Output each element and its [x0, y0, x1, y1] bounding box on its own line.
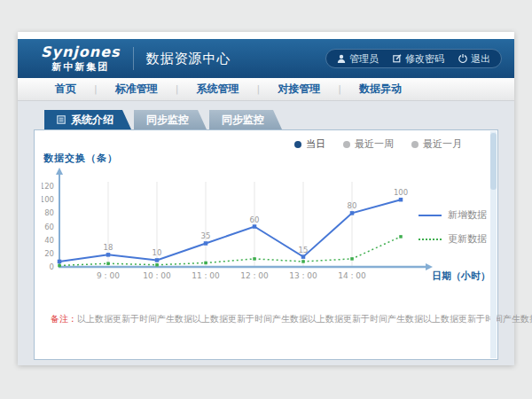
svg-text:15: 15	[299, 246, 309, 254]
svg-text:100: 100	[42, 195, 54, 204]
nav-item-2[interactable]: 系统管理	[178, 82, 256, 97]
x-axis-title: 日期（小时）	[432, 270, 490, 282]
legend-item-0: 新增数据	[419, 208, 487, 222]
current-user-label: 管理员	[349, 52, 379, 66]
radio-option-0[interactable]: 当日	[294, 137, 325, 151]
svg-text:100: 100	[394, 188, 408, 197]
power-icon	[458, 54, 467, 63]
tab-0[interactable]: 系统介绍	[44, 110, 131, 129]
scrollbar-thumb[interactable]	[490, 133, 497, 190]
svg-text:0: 0	[50, 262, 54, 271]
footnote-label: 备注：	[51, 314, 77, 324]
content-area: 系统介绍同步监控同步监控 当日最近一周最近一月 数据交换（条） 02040608…	[18, 101, 514, 365]
app-window: Synjones 新中新集团 数据资源中心 管理员 修改密码 退出	[18, 32, 514, 365]
svg-text:18: 18	[104, 243, 113, 252]
radio-label: 最近一月	[423, 137, 462, 151]
main-nav: 首页|标准管理|系统管理|对接管理|数据异动	[18, 78, 514, 101]
radio-unselected-icon	[411, 141, 419, 148]
radio-option-1[interactable]: 最近一周	[343, 137, 394, 151]
tab-bar: 系统介绍同步监控同步监控	[44, 110, 498, 129]
svg-text:120: 120	[42, 182, 54, 191]
svg-text:40: 40	[44, 236, 54, 245]
current-user[interactable]: 管理员	[337, 52, 379, 66]
logout-label: 退出	[471, 52, 490, 66]
document-icon	[57, 115, 66, 124]
svg-text:80: 80	[44, 208, 54, 217]
legend-line-sample	[419, 239, 442, 240]
edit-icon	[393, 54, 402, 63]
svg-text:13 : 00: 13 : 00	[289, 271, 317, 280]
tab-2[interactable]: 同步监控	[209, 110, 282, 129]
svg-text:80: 80	[348, 201, 357, 210]
tab-label: 同步监控	[222, 110, 264, 129]
user-controls: 管理员 修改密码 退出	[325, 49, 502, 68]
change-password-label: 修改密码	[405, 52, 444, 66]
svg-text:60: 60	[250, 215, 260, 224]
logout-button[interactable]: 退出	[458, 52, 490, 66]
tab-label: 同步监控	[146, 110, 189, 129]
date-range-filter: 当日最近一周最近一月	[294, 137, 462, 151]
footnote-text: 以上数据更新于时间产生数据以上数据更新于时间产生数据以上数据更新于时间产生数据以…	[77, 314, 532, 324]
svg-text:12 : 00: 12 : 00	[240, 271, 269, 280]
svg-text:10: 10	[153, 248, 162, 257]
legend-item-1: 更新数据	[419, 232, 487, 246]
legend-label: 新增数据	[448, 208, 487, 222]
svg-text:60: 60	[44, 223, 54, 231]
footnote: 备注：以上数据更新于时间产生数据以上数据更新于时间产生数据以上数据更新于时间产生…	[51, 313, 532, 325]
chart-legend: 新增数据更新数据	[419, 208, 487, 256]
svg-text:9 : 00: 9 : 00	[97, 271, 120, 280]
window-top-strip	[18, 32, 514, 39]
svg-text:11 : 00: 11 : 00	[192, 271, 220, 280]
svg-text:10 : 00: 10 : 00	[143, 271, 171, 280]
change-password-button[interactable]: 修改密码	[393, 52, 444, 66]
chart-panel: 当日最近一周最近一月 数据交换（条） 0204060801001209 : 00…	[34, 129, 498, 360]
radio-label: 当日	[306, 137, 325, 151]
y-axis-title: 数据交换（条）	[43, 152, 118, 165]
nav-item-0[interactable]: 首页	[37, 82, 94, 97]
nav-item-3[interactable]: 对接管理	[260, 82, 338, 97]
legend-line-sample	[419, 215, 442, 216]
panel-scrollbar[interactable]	[490, 131, 497, 358]
radio-option-2[interactable]: 最近一月	[411, 137, 462, 151]
svg-text:14 : 00: 14 : 00	[338, 271, 366, 280]
radio-unselected-icon	[343, 141, 350, 148]
nav-item-4[interactable]: 数据异动	[341, 82, 419, 97]
tab-label: 系统介绍	[71, 110, 113, 129]
nav-item-1[interactable]: 标准管理	[98, 82, 176, 97]
legend-label: 更新数据	[448, 232, 487, 246]
radio-selected-icon	[294, 141, 301, 148]
svg-text:35: 35	[201, 231, 211, 240]
tab-1[interactable]: 同步监控	[134, 110, 207, 129]
logo-company-name: 新中新集团	[41, 62, 121, 72]
app-header: Synjones 新中新集团 数据资源中心 管理员 修改密码 退出	[18, 39, 514, 78]
company-logo: Synjones 新中新集团	[41, 45, 121, 72]
svg-text:20: 20	[44, 249, 54, 258]
radio-label: 最近一周	[355, 137, 394, 151]
user-icon	[337, 54, 346, 63]
page-title: 数据资源中心	[133, 47, 231, 70]
logo-brand-text: Synjones	[41, 45, 121, 59]
